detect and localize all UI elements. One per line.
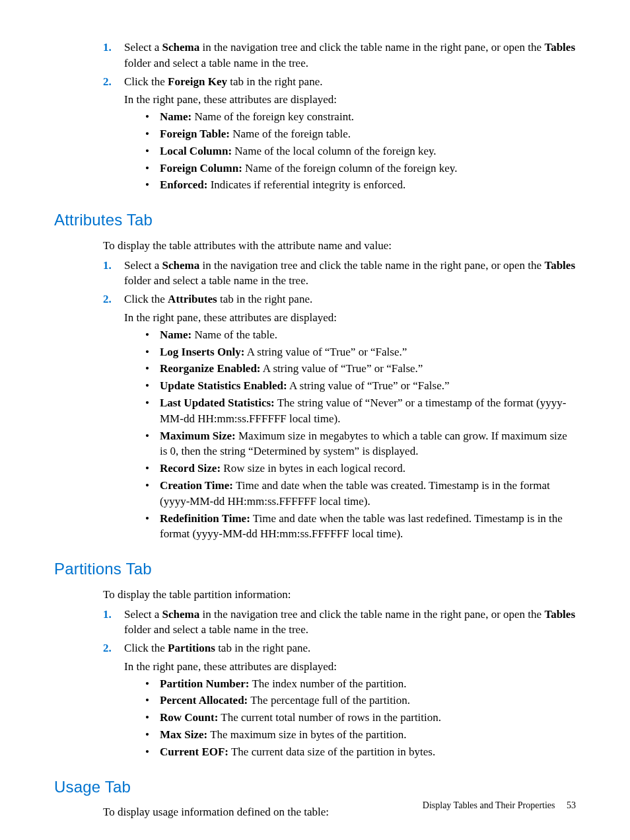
step-number: 2. — [103, 74, 112, 90]
attributes-intro: In the right pane, these attributes are … — [124, 92, 576, 108]
step-number: 1. — [103, 40, 112, 56]
partitions-steps: 1. Select a Schema in the navigation tre… — [103, 607, 576, 760]
step-1: 1. Select a Schema in the navigation tre… — [103, 40, 576, 71]
step-1: 1. Select a Schema in the navigation tre… — [103, 607, 576, 638]
list-item: Last Updated Statistics: The string valu… — [145, 395, 576, 427]
step-number: 1. — [103, 607, 112, 623]
heading-usage-tab: Usage Tab — [54, 776, 576, 798]
attributes-intro: In the right pane, these attributes are … — [124, 310, 576, 326]
step-text: Click the Partitions tab in the right pa… — [124, 642, 310, 654]
step-2: 2. Click the Partitions tab in the right… — [103, 640, 576, 760]
attributes-list: Name: Name of the table. Log Inserts Onl… — [124, 327, 576, 542]
footer-title: Display Tables and Their Properties — [423, 800, 555, 810]
step-2: 2. Click the Attributes tab in the right… — [103, 291, 576, 542]
list-item: Maximum Size: Maximum size in megabytes … — [145, 428, 576, 460]
step-text: Select a Schema in the navigation tree a… — [124, 259, 575, 287]
list-item: Log Inserts Only: A string value of “Tru… — [145, 344, 576, 360]
list-item: Name: Name of the foreign key constraint… — [145, 109, 576, 125]
foreign-key-attributes: Name: Name of the foreign key constraint… — [124, 109, 576, 193]
step-number: 2. — [103, 291, 112, 307]
list-item: Max Size: The maximum size in bytes of t… — [145, 727, 576, 743]
attributes-steps: 1. Select a Schema in the navigation tre… — [103, 258, 576, 543]
list-item: Current EOF: The current data size of th… — [145, 744, 576, 760]
list-item: Enforced: Indicates if referential integ… — [145, 177, 576, 193]
partitions-attributes: Partition Number: The index number of th… — [124, 676, 576, 760]
step-text: Select a Schema in the navigation tree a… — [124, 608, 575, 636]
step-2: 2. Click the Foreign Key tab in the righ… — [103, 74, 576, 194]
list-item: Creation Time: Time and date when the ta… — [145, 478, 576, 510]
attributes-intro: In the right pane, these attributes are … — [124, 659, 576, 675]
list-item: Name: Name of the table. — [145, 327, 576, 343]
step-1: 1. Select a Schema in the navigation tre… — [103, 258, 576, 289]
list-item: Local Column: Name of the local column o… — [145, 143, 576, 159]
list-item: Redefinition Time: Time and date when th… — [145, 511, 576, 543]
heading-attributes-tab: Attributes Tab — [54, 209, 576, 231]
page-footer: Display Tables and Their Properties 53 — [423, 799, 576, 812]
list-item: Row Count: The current total number of r… — [145, 710, 576, 726]
list-item: Reorganize Enabled: A string value of “T… — [145, 361, 576, 377]
step-number: 1. — [103, 258, 112, 274]
list-item: Percent Allocated: The percentage full o… — [145, 693, 576, 708]
page-number: 53 — [567, 800, 576, 810]
document-page: 1. Select a Schema in the navigation tre… — [0, 0, 630, 840]
step-text: Select a Schema in the navigation tree a… — [124, 41, 575, 69]
list-item: Foreign Column: Name of the foreign colu… — [145, 161, 576, 176]
intro-text: To display the table attributes with the… — [103, 238, 576, 254]
list-item: Update Statistics Enabled: A string valu… — [145, 378, 576, 394]
list-item: Record Size: Row size in bytes in each l… — [145, 461, 576, 477]
step-text: Click the Attributes tab in the right pa… — [124, 293, 312, 305]
intro-text: To display the table partition informati… — [103, 587, 576, 603]
heading-partitions-tab: Partitions Tab — [54, 558, 576, 580]
list-item: Foreign Table: Name of the foreign table… — [145, 126, 576, 142]
step-text: Click the Foreign Key tab in the right p… — [124, 75, 322, 88]
list-item: Partition Number: The index number of th… — [145, 676, 576, 692]
foreign-key-steps: 1. Select a Schema in the navigation tre… — [103, 40, 576, 193]
step-number: 2. — [103, 640, 112, 656]
